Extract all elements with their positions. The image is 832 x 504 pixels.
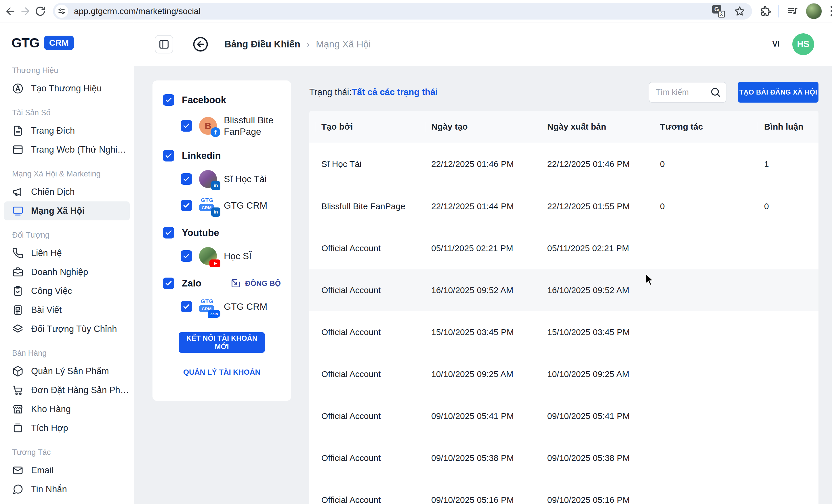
sidebar-item-doanh-nghiep[interactable]: Doanh Nghiệp (4, 263, 130, 282)
monitor-icon (12, 205, 24, 217)
search-box (649, 82, 726, 103)
table-row[interactable]: Sĩ Học Tài22/12/2025 01:46 PM22/12/2025 … (309, 143, 818, 185)
account-avatar: GTGCRMin (199, 197, 217, 214)
browser-reload-button[interactable] (33, 4, 48, 19)
table-row[interactable]: Official Account05/11/2025 02:21 PM05/11… (309, 227, 818, 269)
table-row[interactable]: Official Account15/10/2025 03:45 PM15/10… (309, 311, 818, 353)
cell-creator: Official Account (315, 327, 425, 337)
sidebar-item-tao-thuong-hieu[interactable]: Tạo Thương Hiệu (4, 79, 130, 98)
status-filter-value[interactable]: Tất cả các trạng thái (352, 87, 438, 97)
create-post-button[interactable]: TẠO BÀI ĐĂNG XÃ HỘI (738, 82, 818, 103)
platform-checkbox-youtube[interactable] (163, 227, 174, 239)
cell-published: 09/10/2025 05:41 PM (541, 411, 654, 421)
account-name: GTG CRM (224, 200, 267, 211)
media-playlist-icon[interactable] (787, 5, 798, 17)
account-checkbox[interactable] (181, 120, 192, 132)
cell-published: 16/10/2025 09:52 AM (541, 285, 654, 295)
breadcrumb-parent[interactable]: Bảng Điều Khiển (225, 39, 300, 50)
browser-back-button[interactable] (3, 4, 18, 19)
cell-published: 22/12/2025 01:46 PM (541, 159, 654, 169)
account-row[interactable]: GTGCRMinGTG CRM (181, 197, 281, 214)
language-switcher[interactable]: VI (772, 40, 780, 49)
manage-accounts-link[interactable]: QUẢN LÝ TÀI KHOẢN (163, 368, 281, 377)
cell-creator: Sĩ Học Tài (315, 159, 425, 169)
sidebar-item-trang-web[interactable]: Trang Web (Thử Nghi… (4, 140, 130, 159)
cell-created: 09/10/2025 05:16 PM (425, 495, 541, 504)
url-text[interactable]: app.gtgcrm.com/marketing/social (74, 6, 201, 16)
briefcase-icon (12, 267, 24, 278)
page-back-button[interactable] (192, 36, 209, 53)
table-row[interactable]: Official Account16/10/2025 09:52 AM16/10… (309, 269, 818, 311)
cell-created: 09/10/2025 05:41 PM (425, 411, 541, 421)
account-checkbox[interactable] (181, 301, 192, 312)
sidebar-item-label: Tạo Thương Hiệu (31, 83, 102, 94)
sidebar-item-label: Kho Hàng (31, 404, 71, 414)
address-bar[interactable]: app.gtgcrm.com/marketing/social G 文 (53, 3, 752, 20)
browser-profile-avatar[interactable] (806, 3, 822, 19)
sidebar-item-chien-dich[interactable]: Chiến Dịch (4, 183, 130, 201)
cell-comments: 0 (758, 201, 818, 211)
sidebar-item-doi-tuong-tuy-chinh[interactable]: Đối Tượng Tùy Chỉnh (4, 319, 130, 338)
sidebar-item-email[interactable]: Email (4, 461, 130, 480)
account-checkbox[interactable] (181, 173, 192, 185)
search-icon[interactable] (710, 86, 721, 98)
sidebar-item-tin-nhan[interactable]: Tin Nhắn (4, 480, 130, 499)
table-row[interactable]: Blissfull Bite FanPage22/12/2025 01:44 P… (309, 185, 818, 227)
sidebar-item-cong-viec[interactable]: Công Việc (4, 282, 130, 301)
cell-creator: Official Account (315, 495, 425, 504)
sidebar-item-lien-he[interactable]: Liên Hệ (4, 244, 130, 263)
translate-icon[interactable]: G 文 (712, 5, 725, 18)
column-header: Tương tác (654, 122, 758, 132)
chat-icon (12, 484, 24, 495)
phone-icon (12, 247, 24, 259)
cell-published: 05/11/2025 02:21 PM (541, 243, 654, 253)
sidebar-toggle-button[interactable] (155, 35, 173, 53)
platform-checkbox-linkedin[interactable] (163, 150, 174, 162)
user-avatar[interactable]: HS (792, 33, 814, 55)
facebook-badge-icon: f (211, 127, 220, 137)
account-row[interactable]: GTGCRMZaloGTG CRM (181, 298, 281, 315)
platform-row-linkedin: Linkedin (163, 150, 281, 162)
bookmark-star-icon[interactable] (734, 5, 746, 17)
account-row[interactable]: inSĩ Học Tài (181, 170, 281, 188)
platform-label: Youtube (182, 227, 219, 238)
platform-checkbox-facebook[interactable] (163, 94, 174, 106)
sidebar-item-trang-dich[interactable]: Trang Đích (4, 121, 130, 140)
account-avatar: in (199, 170, 217, 188)
sidebar-item-kho-hang[interactable]: Kho Hàng (4, 400, 130, 419)
sidebar-item-quan-ly-san-pham[interactable]: Quản Lý Sản Phẩm (4, 362, 130, 381)
site-settings-icon[interactable] (55, 5, 68, 18)
sidebar-item-don-dat-hang[interactable]: Đơn Đặt Hàng Sản Ph… (4, 381, 130, 400)
table-row[interactable]: Official Account09/10/2025 05:16 PM09/10… (309, 479, 818, 504)
sidebar-item-bai-viet[interactable]: Bài Viết (4, 301, 130, 319)
account-name: Blissfull Bite FanPage (224, 114, 281, 137)
cell-created: 15/10/2025 03:45 PM (425, 327, 541, 337)
table-row[interactable]: Official Account09/10/2025 05:41 PM09/10… (309, 395, 818, 437)
sidebar-item-mang-xa-hoi[interactable]: Mạng Xã Hội (4, 201, 130, 220)
table-body: Sĩ Học Tài22/12/2025 01:46 PM22/12/2025 … (309, 143, 818, 504)
connect-account-button[interactable]: KẾT NỐI TÀI KHOẢN MỚI (179, 332, 265, 353)
browser-forward-button[interactable] (18, 4, 33, 19)
account-row[interactable]: Học SĨ (181, 247, 281, 265)
cell-creator: Official Account (315, 243, 425, 253)
account-row[interactable]: BfBlissfull Bite FanPage (181, 114, 281, 137)
cell-interactions: 0 (654, 201, 758, 211)
clipboard-check-icon (12, 285, 24, 297)
account-checkbox[interactable] (181, 250, 192, 262)
browser-menu-icon[interactable] (829, 5, 832, 18)
cell-published: 15/10/2025 03:45 PM (541, 327, 654, 337)
sidebar-item-label: Doanh Nghiệp (31, 267, 88, 277)
platform-checkbox-zalo[interactable] (163, 278, 174, 289)
app-logo[interactable]: GTG CRM (0, 22, 134, 53)
sidebar-item-tich-hop[interactable]: Tích Hợp (4, 419, 130, 438)
table-row[interactable]: Official Account09/10/2025 05:38 PM09/10… (309, 437, 818, 479)
sidebar-item-label: Email (31, 465, 53, 476)
account-checkbox[interactable] (181, 200, 192, 211)
logo-text: GTG (11, 35, 40, 51)
sidebar-section-label: Tài Sản Số (12, 108, 130, 117)
cell-published: 09/10/2025 05:38 PM (541, 453, 654, 463)
posts-table: Tạo bởiNgày tạoNgày xuất bảnTương tácBìn… (309, 111, 818, 504)
table-row[interactable]: Official Account10/10/2025 09:25 AM10/10… (309, 353, 818, 395)
sync-button[interactable]: ĐỒNG BỘ (230, 278, 281, 289)
extensions-icon[interactable] (759, 5, 771, 17)
